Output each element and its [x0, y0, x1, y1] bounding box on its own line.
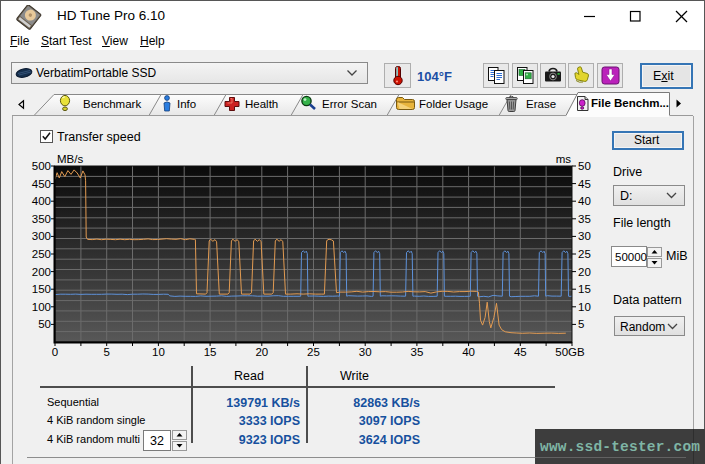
svg-text:300: 300 [32, 230, 51, 242]
svg-text:25: 25 [578, 248, 591, 260]
svg-text:5: 5 [103, 346, 109, 358]
svg-text:500: 500 [32, 160, 51, 172]
svg-text:15: 15 [578, 283, 591, 295]
svg-text:40: 40 [578, 195, 591, 207]
svg-text:50GB: 50GB [555, 346, 585, 358]
svg-text:20: 20 [255, 346, 268, 358]
svg-text:400: 400 [32, 195, 51, 207]
svg-text:20: 20 [578, 266, 591, 278]
svg-text:30: 30 [359, 346, 372, 358]
svg-text:0: 0 [52, 346, 58, 358]
svg-text:45: 45 [514, 346, 527, 358]
svg-text:50: 50 [578, 160, 591, 172]
svg-text:250: 250 [32, 248, 51, 260]
svg-text:35: 35 [578, 213, 591, 225]
svg-text:25: 25 [307, 346, 320, 358]
svg-text:350: 350 [32, 213, 51, 225]
svg-text:100: 100 [32, 301, 51, 313]
svg-text:45: 45 [578, 178, 591, 190]
svg-text:150: 150 [32, 283, 51, 295]
svg-text:ms: ms [556, 153, 572, 165]
svg-text:30: 30 [578, 230, 591, 242]
svg-text:10: 10 [152, 346, 165, 358]
svg-text:15: 15 [204, 346, 217, 358]
svg-text:5: 5 [578, 318, 584, 330]
svg-text:450: 450 [32, 178, 51, 190]
svg-text:50: 50 [38, 318, 51, 330]
svg-text:MB/s: MB/s [57, 153, 83, 165]
svg-text:35: 35 [411, 346, 424, 358]
svg-text:200: 200 [32, 266, 51, 278]
svg-text:40: 40 [462, 346, 475, 358]
svg-text:10: 10 [578, 301, 591, 313]
